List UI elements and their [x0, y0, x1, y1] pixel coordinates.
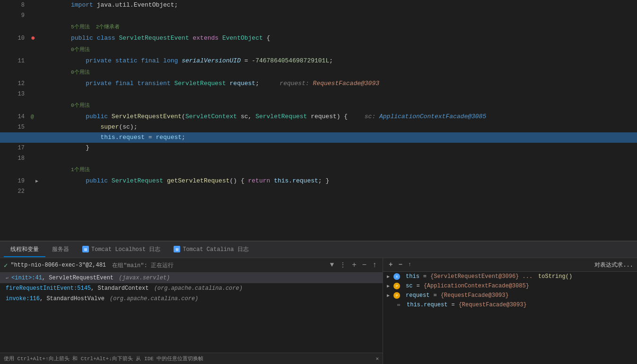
frame-file-0: (javax.servlet) [119, 275, 170, 281]
var-method-this: toString() [538, 273, 572, 280]
code-line-18: 18 [66, 153, 637, 164]
var-row-this: ▶ ≡ this = {ServletRequestEvent@3096} ..… [383, 272, 637, 281]
code-line-15: 15 super(sc); [66, 122, 637, 132]
frame-file-2: (org.apache.catalina.core) [110, 295, 198, 302]
call-stack-panel: ✓ "http-nio-8066-exec-3"@2,481 在组"main":… [0, 258, 383, 364]
code-line-10: 10 ● public class ServletRequestEvent ex… [66, 33, 637, 43]
at-icon: @ [31, 114, 34, 120]
remove-watch-icon[interactable]: − [360, 260, 369, 270]
add-watch-icon[interactable]: + [350, 260, 358, 270]
var-row-request: ▶ P request = {RequestFacade@3093} [383, 291, 637, 300]
var-name-request: request [406, 292, 429, 299]
tomcat-localhost-tab-icon: ▤ [82, 246, 89, 252]
bottom-panel: 线程和变量 服务器 ▤ Tomcat Localhost 日志 ▤ Tomcat… [0, 241, 637, 364]
frame-method-0: <init>:41 [11, 275, 42, 281]
code-line-22: 22 [66, 186, 637, 197]
var-toolbar: + − ↑ 对表达式求... [383, 258, 637, 272]
var-icon-request: P [393, 292, 400, 299]
tabs-bar: 线程和变量 服务器 ▤ Tomcat Localhost 日志 ▤ Tomcat… [0, 242, 637, 258]
meta-5-uses: 5个用法 2个继承者 [66, 21, 637, 33]
remove-var-icon[interactable]: − [396, 260, 404, 269]
frame-method-1: fireRequestInitEvent:5145 [6, 285, 91, 292]
meta-0-uses-14: 0个用法 [66, 99, 637, 112]
variables-panel: + − ↑ 对表达式求... ▶ ≡ this = {ServletReques… [383, 258, 637, 364]
thread-actions: ▼ ⋮ + − ↑ [328, 260, 379, 270]
var-val-this-request: {RequestFacade@3093} [459, 302, 527, 308]
code-line-13: 13 [66, 89, 637, 99]
filter-icon[interactable]: ▼ [328, 260, 336, 270]
code-line-8: 8 import java.util.EventObject; [66, 0, 637, 10]
thread-header: ✓ "http-nio-8066-exec-3"@2,481 在组"main":… [0, 258, 383, 273]
hint-text: 使用 Ctrl+Alt+↑向上箭头 和 Ctrl+Alt+↓向下箭头 从 IDE… [4, 355, 203, 362]
stack-frame-1[interactable]: fireRequestInitEvent:5145 , StandardCont… [0, 283, 383, 294]
add-var-icon[interactable]: + [387, 260, 394, 269]
code-line-17: 17 } [66, 143, 637, 153]
up-var-icon[interactable]: ↑ [406, 260, 413, 269]
tab-tomcat-localhost[interactable]: ▤ Tomcat Localhost 日志 [76, 243, 167, 257]
stack-frame-0[interactable]: ↩ <init>:41 , ServletRequestEvent (javax… [0, 273, 383, 283]
var-val-this: {ServletRequestEvent@3096} ... [430, 273, 532, 280]
dropdown-icon[interactable]: ⋮ [338, 260, 348, 270]
thread-name: "http-nio-8066-exec-3"@2,481 [10, 262, 106, 269]
var-expand-request[interactable]: ▶ [387, 293, 390, 298]
frame-return-icon: ↩ [6, 275, 9, 281]
hint-bar: 使用 Ctrl+Alt+↑向上箭头 和 Ctrl+Alt+↓向下箭头 从 IDE… [0, 353, 383, 364]
meta-0-uses-12: 0个用法 [66, 66, 637, 78]
var-icon-this: ≡ [393, 273, 400, 280]
tab-threads-variables[interactable]: 线程和变量 [4, 243, 45, 257]
code-line-9: 9 [66, 10, 637, 21]
code-line-19: 19 ▶ public ServletRequest getServletReq… [66, 176, 637, 186]
thread-check-icon: ✓ [4, 261, 8, 269]
meta-1-use: 1个用法 [66, 164, 637, 176]
thread-status: 在组"main": 正在运行 [109, 261, 174, 269]
var-name-sc: sc [406, 283, 412, 289]
var-name-this: this [406, 273, 419, 280]
code-line-11: 11 private static final long serialVersi… [66, 56, 637, 66]
expand-icon[interactable]: ▶ [35, 178, 38, 184]
frame-method-2: invoke:116 [6, 295, 40, 302]
breakpoint-icon: ● [31, 34, 35, 43]
tomcat-catalina-tab-icon: ▤ [174, 246, 180, 252]
stack-frame-2[interactable]: invoke:116 , StandardHostValve (org.apac… [0, 294, 383, 304]
var-row-this-request: ∞ this.request = {RequestFacade@3093} [383, 300, 637, 310]
frame-class-1: , StandardContext [91, 285, 148, 292]
var-row-sc: ▶ P sc = {ApplicationContextFacade@3085} [383, 281, 637, 291]
export-icon[interactable]: ↑ [370, 260, 379, 270]
code-line-12: 12 private final transient ServletReques… [66, 78, 637, 89]
var-val-sc: {ApplicationContextFacade@3085} [424, 283, 529, 289]
var-val-request: {RequestFacade@3093} [441, 292, 509, 299]
code-line-14: 14 @ public ServletRequestEvent(ServletC… [66, 112, 637, 122]
code-line-16-highlighted: 16 ● → this.request = request; [0, 132, 637, 143]
var-icon-sc: P [393, 283, 400, 289]
frame-class-0: , ServletRequestEvent [42, 275, 113, 281]
var-name-this-request: this.request [407, 302, 447, 308]
frame-file-1: (org.apache.catalina.core) [154, 285, 243, 292]
infinity-icon: ∞ [397, 303, 400, 308]
frame-class-2: , StandardHostValve [40, 295, 105, 302]
tab-tomcat-catalina[interactable]: ▤ Tomcat Catalina 日志 [167, 243, 255, 257]
tab-server[interactable]: 服务器 [45, 243, 76, 257]
meta-0-uses-11: 0个用法 [66, 43, 637, 56]
panel-content: ✓ "http-nio-8066-exec-3"@2,481 在组"main":… [0, 258, 637, 364]
hint-close-icon[interactable]: ✕ [375, 355, 379, 362]
var-expand-sc[interactable]: ▶ [387, 283, 390, 289]
var-label: 对表达式求... [594, 261, 633, 269]
var-expand-this[interactable]: ▶ [387, 274, 390, 279]
